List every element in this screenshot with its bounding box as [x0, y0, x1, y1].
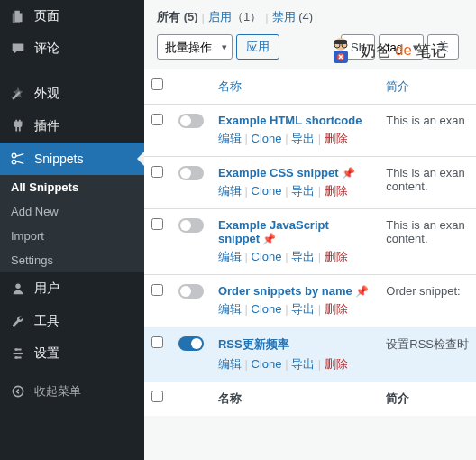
column-desc[interactable]: 简介	[379, 69, 476, 105]
table-row: Example HTML shortcode编辑 | Clone | 导出 | …	[144, 105, 476, 157]
svg-point-5	[15, 356, 18, 359]
row-actions: 编辑 | Clone | 导出 | 删除	[218, 301, 371, 317]
edit-link[interactable]: 编辑	[218, 250, 242, 263]
svg-point-6	[13, 386, 23, 396]
toggle-switch[interactable]	[178, 114, 204, 128]
toggle-switch[interactable]	[178, 284, 204, 299]
show-button[interactable]: Sh	[341, 34, 375, 60]
delete-link[interactable]: 删除	[325, 250, 348, 263]
users-icon	[9, 280, 27, 298]
settings-icon	[9, 345, 27, 363]
export-link[interactable]: 导出	[291, 302, 315, 316]
pin-icon: 📌	[355, 285, 369, 298]
edit-link[interactable]: 编辑	[218, 132, 242, 145]
row-actions: 编辑 | Clone | 导出 | 删除	[218, 131, 371, 147]
submenu-import[interactable]: Import	[0, 224, 144, 248]
delete-link[interactable]: 删除	[325, 132, 348, 145]
menu-plugins[interactable]: 插件	[0, 110, 144, 143]
row-checkbox[interactable]	[151, 336, 163, 348]
svg-point-3	[15, 348, 18, 351]
tags-select[interactable]: tag	[379, 34, 424, 60]
delete-link[interactable]: 删除	[325, 184, 348, 198]
admin-sidebar: 页面 评论 外观 插件 Snippets All Snippets Add Ne…	[0, 0, 144, 460]
svg-point-2	[15, 284, 20, 289]
submenu-snippets: All Snippets Add New Import Settings	[0, 175, 144, 272]
snippet-desc: This is an exancontent.	[379, 209, 476, 275]
comments-icon	[9, 40, 27, 58]
tools-icon	[9, 312, 27, 330]
menu-label: 插件	[34, 118, 60, 134]
export-link[interactable]: 导出	[291, 132, 315, 145]
snippets-icon	[9, 150, 27, 168]
pages-icon	[9, 7, 27, 25]
bulk-action-select[interactable]: 批量操作	[157, 34, 233, 60]
edit-link[interactable]: 编辑	[218, 357, 242, 371]
menu-comments[interactable]: 评论	[0, 32, 144, 65]
clone-link[interactable]: Clone	[252, 357, 282, 371]
toggle-switch[interactable]	[178, 166, 204, 180]
menu-label: 用户	[34, 281, 60, 297]
table-row: Example JavaScript snippet📌编辑 | Clone | …	[144, 209, 476, 275]
menu-snippets[interactable]: Snippets	[0, 143, 144, 175]
toggle-switch[interactable]	[178, 336, 204, 351]
menu-settings[interactable]: 设置	[0, 337, 144, 370]
table-row: RSS更新频率编辑 | Clone | 导出 | 删除设置RSS检查时	[144, 327, 476, 382]
pin-icon: 📌	[342, 167, 355, 179]
toggle-switch[interactable]	[178, 218, 204, 233]
submenu-settings[interactable]: Settings	[0, 248, 144, 272]
row-checkbox[interactable]	[151, 166, 163, 178]
delete-link[interactable]: 删除	[325, 357, 348, 371]
select-all-checkbox[interactable]	[151, 78, 163, 90]
submenu-add-new[interactable]: Add New	[0, 199, 144, 224]
clone-link[interactable]: Clone	[252, 250, 282, 263]
column-desc-foot[interactable]: 简介	[379, 382, 476, 416]
column-name[interactable]: 名称	[211, 69, 379, 105]
snippet-title[interactable]: RSS更新频率	[218, 337, 289, 351]
collapse-icon	[9, 382, 27, 400]
clone-link[interactable]: Clone	[252, 184, 282, 198]
snippet-title[interactable]: Example HTML shortcode	[218, 114, 362, 127]
appearance-icon	[9, 85, 27, 103]
export-link[interactable]: 导出	[291, 184, 315, 198]
menu-users[interactable]: 用户	[0, 272, 144, 305]
row-actions: 编辑 | Clone | 导出 | 删除	[218, 183, 371, 199]
submenu-all-snippets[interactable]: All Snippets	[0, 175, 144, 199]
menu-label: 页面	[34, 8, 60, 24]
edit-link[interactable]: 编辑	[218, 184, 242, 198]
menu-label: 设置	[34, 345, 60, 362]
filter-enabled[interactable]: 启用（1）	[208, 9, 261, 25]
bulk-actions-bar: 批量操作 应用 Sh tag 关	[144, 29, 476, 69]
menu-tools[interactable]: 工具	[0, 305, 144, 337]
main-content: 所有 (5) | 启用（1） | 禁用 (4) 批量操作 应用 Sh tag 关	[144, 0, 476, 460]
collapse-menu[interactable]: 收起菜单	[0, 375, 144, 408]
plugins-icon	[9, 117, 27, 135]
filter-disabled[interactable]: 禁用 (4)	[272, 9, 314, 25]
snippet-title[interactable]: Order snippets by name	[218, 284, 352, 298]
clone-link[interactable]: Clone	[252, 302, 282, 316]
edit-link[interactable]: 编辑	[218, 302, 242, 316]
row-checkbox[interactable]	[151, 114, 163, 125]
export-link[interactable]: 导出	[291, 250, 315, 263]
menu-label: Snippets	[34, 152, 83, 166]
filter-button[interactable]: 关	[427, 34, 459, 60]
status-filters: 所有 (5) | 启用（1） | 禁用 (4)	[144, 0, 476, 29]
row-checkbox[interactable]	[151, 284, 163, 296]
snippet-desc: This is an exan	[379, 105, 476, 157]
clone-link[interactable]: Clone	[252, 132, 282, 145]
delete-link[interactable]: 删除	[325, 302, 348, 316]
export-link[interactable]: 导出	[291, 357, 315, 371]
filter-all[interactable]: 所有 (5)	[157, 9, 198, 25]
snippet-title[interactable]: Example CSS snippet	[218, 166, 339, 179]
snippet-desc: Order snippet:	[379, 275, 476, 327]
row-checkbox[interactable]	[151, 218, 163, 230]
snippet-desc: This is an exancontent.	[379, 157, 476, 209]
svg-point-4	[19, 353, 22, 355]
menu-pages[interactable]: 页面	[0, 0, 144, 32]
svg-point-1	[12, 160, 16, 164]
column-name-foot[interactable]: 名称	[211, 382, 379, 416]
bulk-apply-button[interactable]: 应用	[236, 34, 279, 60]
table-row: Example CSS snippet📌编辑 | Clone | 导出 | 删除…	[144, 157, 476, 209]
menu-appearance[interactable]: 外观	[0, 78, 144, 110]
table-row: Order snippets by name📌编辑 | Clone | 导出 |…	[144, 275, 476, 327]
select-all-checkbox-foot[interactable]	[151, 391, 163, 402]
